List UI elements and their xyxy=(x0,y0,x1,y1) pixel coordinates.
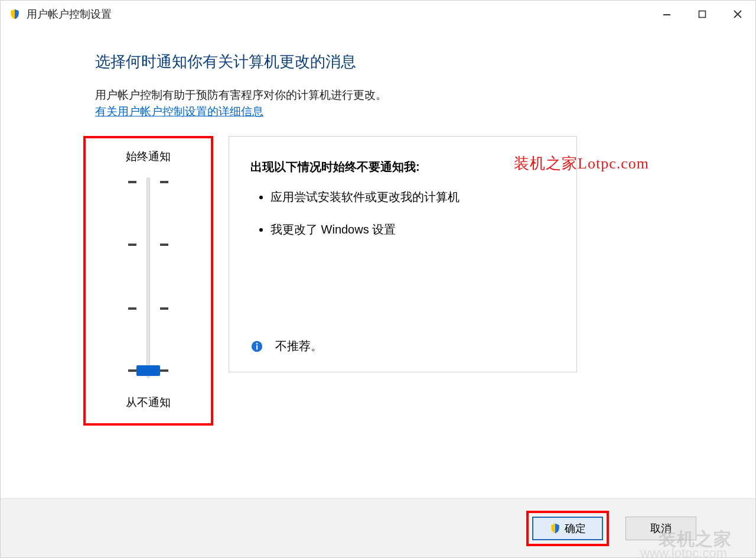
body-row: 始终通知 从不通知 出现以下情况时始终不要通知我: 应用尝试安装软件或更改我的计… xyxy=(95,136,755,426)
maximize-button[interactable] xyxy=(685,2,720,26)
slider-tick xyxy=(160,307,168,310)
slider-tick xyxy=(160,181,168,183)
svg-point-6 xyxy=(256,343,258,345)
cancel-button[interactable]: 取消 xyxy=(625,517,696,540)
window-title: 用户帐户控制设置 xyxy=(27,7,112,21)
slider-tick xyxy=(128,244,136,246)
slider-tick xyxy=(160,244,168,246)
content-area: 选择何时通知你有关计算机更改的消息 用户帐户控制有助于预防有害程序对你的计算机进… xyxy=(1,28,755,498)
slider-label-top: 始终通知 xyxy=(126,149,171,164)
description-item: 应用尝试安装软件或更改我的计算机 xyxy=(271,189,555,205)
help-link[interactable]: 有关用户帐户控制设置的详细信息 xyxy=(95,104,263,119)
footer-bar: 确定 取消 装机之家 www.lotpc.com xyxy=(1,498,755,557)
minimize-button[interactable] xyxy=(649,2,685,26)
slider-label-bottom: 从不通知 xyxy=(126,395,171,410)
titlebar-left: 用户帐户控制设置 xyxy=(9,7,112,21)
description-panel: 出现以下情况时始终不要通知我: 应用尝试安装软件或更改我的计算机 我更改了 Wi… xyxy=(229,136,577,372)
uac-shield-icon xyxy=(9,8,21,20)
description-list: 应用尝试安装软件或更改我的计算机 我更改了 Windows 设置 xyxy=(250,189,555,238)
svg-rect-0 xyxy=(663,14,670,15)
uac-settings-window: 用户帐户控制设置 选择何时通知你有关计算机更改的消息 用户帐户控制有助于预防有害… xyxy=(0,0,756,558)
description-heading: 出现以下情况时始终不要通知我: xyxy=(250,159,555,175)
notification-slider-group: 始终通知 从不通知 xyxy=(83,136,213,426)
window-controls xyxy=(649,2,755,26)
titlebar: 用户帐户控制设置 xyxy=(1,1,755,28)
info-icon xyxy=(250,340,263,353)
close-button[interactable] xyxy=(720,2,755,26)
slider-tick xyxy=(128,307,136,310)
svg-rect-5 xyxy=(256,345,258,349)
slider-thumb[interactable] xyxy=(136,365,160,376)
intro-text: 用户帐户控制有助于预防有害程序对你的计算机进行更改。 xyxy=(95,87,755,103)
slider-tick xyxy=(128,369,136,372)
notification-slider[interactable] xyxy=(125,177,172,378)
slider-tick xyxy=(128,181,136,183)
cancel-button-label: 取消 xyxy=(650,521,672,536)
page-heading: 选择何时通知你有关计算机更改的消息 xyxy=(95,51,755,72)
ok-button[interactable]: 确定 xyxy=(532,517,603,540)
background-watermark-url: www.lotpc.com xyxy=(640,546,727,558)
svg-rect-1 xyxy=(699,11,706,18)
description-item: 我更改了 Windows 设置 xyxy=(271,222,555,238)
uac-shield-icon xyxy=(549,523,561,534)
recommendation-row: 不推荐。 xyxy=(250,338,322,354)
slider-tick xyxy=(160,369,168,372)
ok-button-label: 确定 xyxy=(565,521,586,536)
recommendation-text: 不推荐。 xyxy=(275,338,322,354)
slider-track xyxy=(146,177,150,378)
ok-highlight-box: 确定 xyxy=(526,511,609,546)
